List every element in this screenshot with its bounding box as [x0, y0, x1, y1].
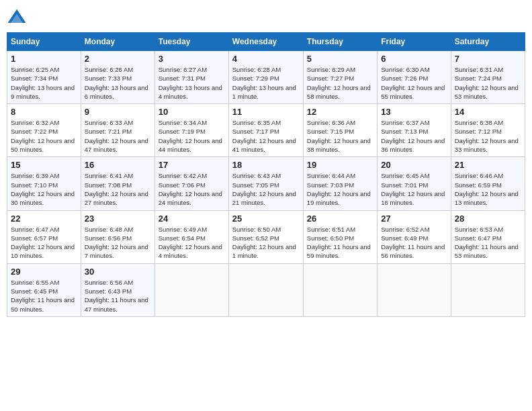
header-cell-sunday: Sunday: [7, 33, 81, 51]
calendar-week-4: 22Sunrise: 6:47 AMSunset: 6:57 PMDayligh…: [7, 210, 525, 263]
day-number: 11: [232, 107, 300, 117]
day-number: 18: [232, 160, 300, 170]
calendar-cell: 8Sunrise: 6:32 AMSunset: 7:22 PMDaylight…: [7, 104, 81, 157]
day-info: Sunrise: 6:29 AMSunset: 7:27 PMDaylight:…: [307, 65, 373, 101]
day-number: 10: [159, 107, 225, 117]
day-info: Sunrise: 6:38 AMSunset: 7:12 PMDaylight:…: [455, 118, 521, 154]
calendar-cell: 28Sunrise: 6:53 AMSunset: 6:47 PMDayligh…: [451, 210, 525, 263]
day-info: Sunrise: 6:44 AMSunset: 7:03 PMDaylight:…: [307, 171, 373, 207]
day-number: 30: [85, 267, 151, 277]
day-info: Sunrise: 6:27 AMSunset: 7:31 PMDaylight:…: [159, 65, 225, 101]
day-info: Sunrise: 6:46 AMSunset: 6:59 PMDaylight:…: [455, 171, 521, 207]
calendar-cell: 9Sunrise: 6:33 AMSunset: 7:21 PMDaylight…: [81, 104, 154, 157]
day-number: 22: [11, 214, 77, 224]
day-number: 16: [85, 160, 151, 170]
calendar-cell: 4Sunrise: 6:28 AMSunset: 7:29 PMDaylight…: [228, 51, 303, 104]
day-info: Sunrise: 6:31 AMSunset: 7:24 PMDaylight:…: [455, 65, 521, 101]
calendar-cell: 11Sunrise: 6:35 AMSunset: 7:17 PMDayligh…: [228, 104, 303, 157]
day-number: 26: [307, 214, 373, 224]
day-number: 5: [307, 54, 373, 64]
calendar-cell: 3Sunrise: 6:27 AMSunset: 7:31 PMDaylight…: [154, 51, 228, 104]
day-number: 19: [307, 160, 373, 170]
day-number: 1: [11, 54, 77, 64]
day-number: 15: [11, 160, 77, 170]
calendar-cell: 21Sunrise: 6:46 AMSunset: 6:59 PMDayligh…: [451, 157, 525, 210]
calendar-cell: 30Sunrise: 6:56 AMSunset: 6:43 PMDayligh…: [81, 263, 154, 316]
day-info: Sunrise: 6:34 AMSunset: 7:19 PMDaylight:…: [159, 118, 225, 154]
day-info: Sunrise: 6:48 AMSunset: 6:56 PMDaylight:…: [85, 225, 151, 261]
calendar-cell: 12Sunrise: 6:36 AMSunset: 7:15 PMDayligh…: [303, 104, 377, 157]
day-info: Sunrise: 6:45 AMSunset: 7:01 PMDaylight:…: [381, 171, 447, 207]
calendar-cell: 26Sunrise: 6:51 AMSunset: 6:50 PMDayligh…: [303, 210, 377, 263]
calendar-week-3: 15Sunrise: 6:39 AMSunset: 7:10 PMDayligh…: [7, 157, 525, 210]
header-cell-tuesday: Tuesday: [154, 33, 228, 51]
day-info: Sunrise: 6:26 AMSunset: 7:33 PMDaylight:…: [85, 65, 151, 101]
logo-icon: [7, 7, 27, 27]
day-info: Sunrise: 6:41 AMSunset: 7:08 PMDaylight:…: [85, 171, 151, 207]
page-header: [7, 7, 525, 27]
day-number: 4: [232, 54, 300, 64]
calendar-cell: 2Sunrise: 6:26 AMSunset: 7:33 PMDaylight…: [81, 51, 154, 104]
day-number: 25: [232, 214, 300, 224]
day-number: 6: [381, 54, 447, 64]
calendar-cell: 15Sunrise: 6:39 AMSunset: 7:10 PMDayligh…: [7, 157, 81, 210]
day-number: 20: [381, 160, 447, 170]
day-number: 27: [381, 214, 447, 224]
header-cell-saturday: Saturday: [451, 33, 525, 51]
day-info: Sunrise: 6:52 AMSunset: 6:49 PMDaylight:…: [381, 225, 447, 261]
day-info: Sunrise: 6:50 AMSunset: 6:52 PMDaylight:…: [232, 225, 300, 261]
calendar-cell: 23Sunrise: 6:48 AMSunset: 6:56 PMDayligh…: [81, 210, 154, 263]
calendar-cell: 25Sunrise: 6:50 AMSunset: 6:52 PMDayligh…: [228, 210, 303, 263]
calendar-cell: 5Sunrise: 6:29 AMSunset: 7:27 PMDaylight…: [303, 51, 377, 104]
calendar-cell: 16Sunrise: 6:41 AMSunset: 7:08 PMDayligh…: [81, 157, 154, 210]
day-number: 13: [381, 107, 447, 117]
calendar-cell: 19Sunrise: 6:44 AMSunset: 7:03 PMDayligh…: [303, 157, 377, 210]
calendar-cell: 29Sunrise: 6:55 AMSunset: 6:45 PMDayligh…: [7, 263, 81, 316]
header-cell-monday: Monday: [81, 33, 154, 51]
day-number: 29: [11, 267, 77, 277]
calendar-cell: 6Sunrise: 6:30 AMSunset: 7:26 PMDaylight…: [378, 51, 451, 104]
calendar-cell: 13Sunrise: 6:37 AMSunset: 7:13 PMDayligh…: [378, 104, 451, 157]
day-info: Sunrise: 6:28 AMSunset: 7:29 PMDaylight:…: [232, 65, 300, 101]
calendar-cell: [303, 263, 377, 316]
day-info: Sunrise: 6:33 AMSunset: 7:21 PMDaylight:…: [85, 118, 151, 154]
calendar-table: SundayMondayTuesdayWednesdayThursdayFrid…: [7, 32, 525, 317]
calendar-week-1: 1Sunrise: 6:25 AMSunset: 7:34 PMDaylight…: [7, 51, 525, 104]
calendar-week-5: 29Sunrise: 6:55 AMSunset: 6:45 PMDayligh…: [7, 263, 525, 316]
calendar-cell: [228, 263, 303, 316]
logo: [7, 7, 30, 27]
header-cell-thursday: Thursday: [303, 33, 377, 51]
day-info: Sunrise: 6:32 AMSunset: 7:22 PMDaylight:…: [11, 118, 77, 154]
day-info: Sunrise: 6:42 AMSunset: 7:06 PMDaylight:…: [159, 171, 225, 207]
calendar-cell: 14Sunrise: 6:38 AMSunset: 7:12 PMDayligh…: [451, 104, 525, 157]
day-info: Sunrise: 6:39 AMSunset: 7:10 PMDaylight:…: [11, 171, 77, 207]
calendar-cell: [378, 263, 451, 316]
day-info: Sunrise: 6:56 AMSunset: 6:43 PMDaylight:…: [85, 278, 151, 314]
day-number: 28: [455, 214, 521, 224]
day-info: Sunrise: 6:30 AMSunset: 7:26 PMDaylight:…: [381, 65, 447, 101]
calendar-cell: 27Sunrise: 6:52 AMSunset: 6:49 PMDayligh…: [378, 210, 451, 263]
day-info: Sunrise: 6:47 AMSunset: 6:57 PMDaylight:…: [11, 225, 77, 261]
day-number: 17: [159, 160, 225, 170]
day-number: 8: [11, 107, 77, 117]
day-number: 24: [159, 214, 225, 224]
day-info: Sunrise: 6:53 AMSunset: 6:47 PMDaylight:…: [455, 225, 521, 261]
calendar-cell: 7Sunrise: 6:31 AMSunset: 7:24 PMDaylight…: [451, 51, 525, 104]
calendar-week-2: 8Sunrise: 6:32 AMSunset: 7:22 PMDaylight…: [7, 104, 525, 157]
day-info: Sunrise: 6:49 AMSunset: 6:54 PMDaylight:…: [159, 225, 225, 261]
day-number: 2: [85, 54, 151, 64]
day-info: Sunrise: 6:36 AMSunset: 7:15 PMDaylight:…: [307, 118, 373, 154]
day-info: Sunrise: 6:25 AMSunset: 7:34 PMDaylight:…: [11, 65, 77, 101]
calendar-cell: 1Sunrise: 6:25 AMSunset: 7:34 PMDaylight…: [7, 51, 81, 104]
day-number: 23: [85, 214, 151, 224]
header-row: SundayMondayTuesdayWednesdayThursdayFrid…: [7, 33, 525, 51]
calendar-cell: [154, 263, 228, 316]
day-info: Sunrise: 6:55 AMSunset: 6:45 PMDaylight:…: [11, 278, 77, 314]
calendar-cell: 20Sunrise: 6:45 AMSunset: 7:01 PMDayligh…: [378, 157, 451, 210]
day-info: Sunrise: 6:35 AMSunset: 7:17 PMDaylight:…: [232, 118, 300, 154]
calendar-cell: 18Sunrise: 6:43 AMSunset: 7:05 PMDayligh…: [228, 157, 303, 210]
day-number: 12: [307, 107, 373, 117]
calendar-cell: 10Sunrise: 6:34 AMSunset: 7:19 PMDayligh…: [154, 104, 228, 157]
day-number: 14: [455, 107, 521, 117]
day-info: Sunrise: 6:43 AMSunset: 7:05 PMDaylight:…: [232, 171, 300, 207]
